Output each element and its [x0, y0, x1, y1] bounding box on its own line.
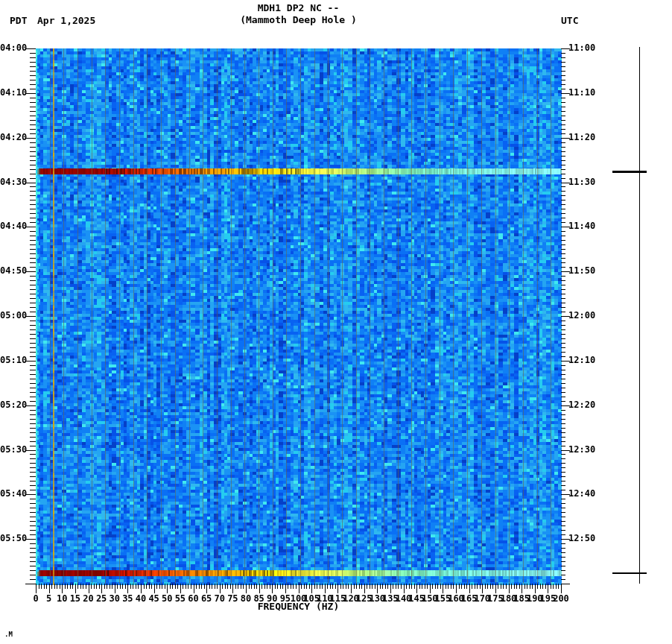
left-axis-tick-label: 05:30 [0, 445, 30, 455]
right-axis-tick-label: 11:20 [568, 133, 601, 142]
timezone-right-label: UTC [561, 16, 578, 25]
left-axis-tick-label: 05:10 [0, 356, 30, 365]
right-axis-tick-label: 11:40 [568, 221, 601, 231]
right-axis-tick-label: 11:30 [568, 177, 601, 187]
right-axis-tick-label: 11:10 [568, 88, 601, 98]
x-axis-tick-label: 200 [546, 594, 576, 604]
left-axis-tick-label: 05:50 [0, 534, 30, 543]
left-axis-tick-label: 04:30 [0, 177, 30, 187]
left-axis-tick-label: 04:40 [0, 221, 30, 231]
timezone-left-label: PDT [10, 16, 27, 25]
right-axis-tick-label: 12:40 [568, 489, 601, 499]
right-axis-tick-label: 12:20 [568, 400, 601, 410]
corner-mark: .M [4, 631, 13, 638]
spectrogram-page: MDH1 DP2 NC -- (Mammoth Deep Hole ) PDT … [0, 0, 672, 644]
right-axis-tick-label: 11:00 [568, 43, 601, 53]
left-axis-tick-label: 05:00 [0, 311, 30, 321]
right-axis-tick-label: 12:30 [568, 445, 601, 455]
left-axis-tick-label: 04:10 [0, 88, 30, 98]
right-axis-tick-label: 12:50 [568, 534, 601, 543]
right-axis-tick-label: 12:10 [568, 356, 601, 365]
left-axis-tick-label: 04:00 [0, 43, 30, 53]
station-subtitle: (Mammoth Deep Hole ) [36, 15, 561, 25]
left-axis-tick-label: 04:50 [0, 266, 30, 276]
right-axis-tick-label: 12:00 [568, 311, 601, 321]
page-title: MDH1 DP2 NC -- [36, 3, 561, 13]
right-axis-tick-label: 11:50 [568, 266, 601, 276]
left-axis-tick-label: 05:20 [0, 400, 30, 410]
left-axis-tick-label: 05:40 [0, 489, 30, 499]
left-axis-tick-label: 04:20 [0, 133, 30, 142]
date-label: Apr 1,2025 [37, 16, 95, 25]
